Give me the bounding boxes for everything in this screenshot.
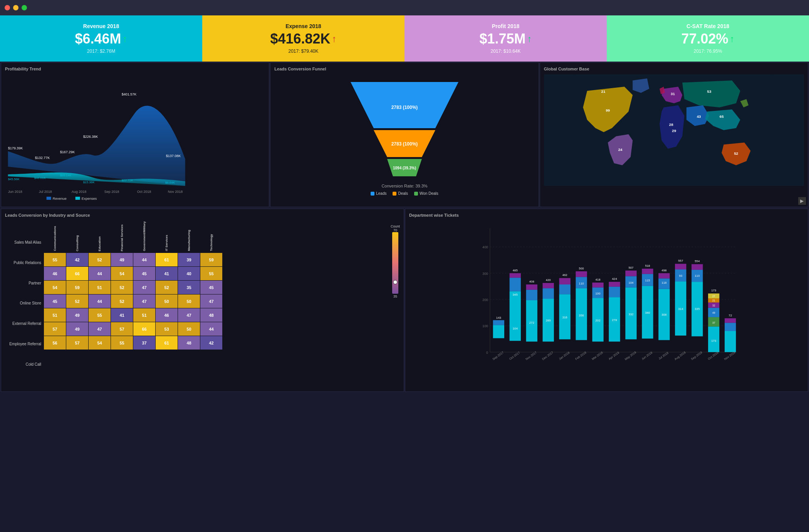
svg-text:21: 21 — [712, 299, 715, 302]
svg-text:289: 289 — [546, 319, 551, 322]
svg-rect-20 — [76, 197, 80, 200]
heatmap-cell: 61 — [156, 253, 178, 267]
svg-text:500: 500 — [579, 267, 584, 270]
svg-text:Expenses: Expenses — [82, 197, 97, 201]
title-bar — [0, 0, 809, 15]
kpi-revenue-arrow: ↑ — [123, 33, 128, 44]
svg-text:Jun 2018: Jun 2018 — [641, 351, 653, 361]
svg-text:93: 93 — [679, 274, 682, 278]
svg-text:52: 52 — [734, 151, 738, 156]
heatmap-cell: 47 — [200, 294, 223, 308]
svg-text:2783 (100%): 2783 (100%) — [391, 105, 418, 110]
svg-text:$69.14K: $69.14K — [60, 174, 72, 177]
heatmap-cell: 55 — [111, 336, 133, 350]
svg-text:$401.57K: $401.57K — [122, 92, 137, 96]
svg-text:554: 554 — [695, 259, 700, 263]
heatmap-cell: 45 — [44, 294, 66, 308]
svg-text:$137.08K: $137.08K — [166, 154, 181, 158]
svg-text:400: 400 — [482, 245, 488, 249]
kpi-revenue-value: $6.46M↑ — [75, 31, 127, 47]
svg-rect-58 — [510, 273, 521, 278]
svg-text:29: 29 — [672, 129, 676, 133]
heatmap-row-label: Partner — [5, 276, 44, 290]
heatmap-cell: 39 — [178, 253, 200, 267]
svg-text:498: 498 — [661, 269, 666, 272]
svg-text:110: 110 — [695, 274, 700, 278]
svg-text:462: 462 — [562, 273, 567, 277]
heatmap-cell: 37 — [133, 336, 156, 350]
heatmap-cell: 44 — [89, 267, 111, 281]
svg-rect-97 — [609, 282, 620, 287]
svg-text:314: 314 — [678, 307, 683, 311]
svg-text:115: 115 — [645, 279, 650, 282]
svg-text:24: 24 — [618, 147, 622, 152]
svg-text:$46.01K: $46.01K — [34, 176, 46, 180]
heatmap-cell: 57 — [111, 322, 133, 336]
svg-text:21: 21 — [601, 89, 605, 94]
maximize-button[interactable] — [22, 5, 27, 10]
heatmap-col-label: Government/Military — [133, 221, 156, 253]
svg-text:173: 173 — [711, 339, 716, 343]
heatmap-cell: 41 — [111, 308, 133, 322]
funnel-chart: 2783 (100%) 2783 (100%) 1094 (39.3%) — [331, 74, 478, 182]
svg-text:408: 408 — [529, 280, 534, 283]
heatmap-row-label: External Referral — [5, 317, 44, 331]
heatmap-cell: 49 — [66, 308, 89, 322]
svg-text:53: 53 — [707, 89, 711, 94]
svg-text:$15.36K: $15.36K — [83, 181, 95, 184]
svg-rect-151 — [725, 323, 736, 331]
heatmap-cell: 44 — [200, 322, 223, 336]
heatmap-cell: 54 — [44, 281, 66, 294]
svg-text:118: 118 — [661, 281, 666, 284]
svg-rect-124 — [675, 264, 686, 269]
svg-text:31: 31 — [671, 92, 675, 96]
heatmap-cell: 57 — [44, 322, 66, 336]
heatmap-col-label: Manufacturing — [178, 221, 200, 253]
svg-text:518: 518 — [645, 264, 650, 268]
conversion-rate: Conversion Rate: 39.3% — [381, 184, 427, 188]
heatmap-cell: 35 — [178, 281, 200, 294]
heatmap-col-label: Education — [89, 221, 111, 253]
heatmap-cell: 52 — [89, 253, 111, 267]
svg-text:$179.39K: $179.39K — [8, 146, 23, 150]
svg-rect-131 — [692, 264, 703, 270]
heatmap-col-label: Consulting — [66, 221, 89, 253]
svg-text:Jun 2018: Jun 2018 — [8, 190, 22, 194]
svg-rect-56 — [510, 291, 521, 341]
profitability-trend-chart: $179.39K $132.77K $167.29K $226.38K $401… — [5, 74, 265, 186]
heatmap-cell: 42 — [66, 253, 89, 267]
heatmap-col-label: Communications — [44, 221, 66, 253]
map-scroll-button[interactable]: ▶ — [798, 197, 806, 205]
svg-rect-52 — [493, 325, 504, 338]
profitability-trend-title: Profitability Trend — [5, 67, 265, 71]
heatmap-panel: Leads Conversion by Industry and Source … — [1, 209, 404, 392]
svg-text:345: 345 — [513, 293, 518, 296]
svg-rect-76 — [559, 284, 571, 294]
heatmap-cell: 47 — [178, 308, 200, 322]
funnel-title: Leads Conversion Funnel — [274, 67, 326, 71]
heatmap-cell: 61 — [156, 336, 178, 350]
main-charts-grid: Profitability Trend $179.39K $132.77K $1… — [0, 62, 809, 208]
heatmap-cell: 52 — [156, 281, 178, 294]
heatmap-row-label: Employee Referral — [5, 337, 44, 351]
heatmap-cell: 50 — [178, 294, 200, 308]
svg-rect-57 — [510, 278, 521, 291]
dept-tickets-chart: 0 100 200 300 400 143 Sep 2017 485 Oct 2… — [409, 221, 804, 378]
svg-text:424: 424 — [612, 277, 617, 281]
svg-text:$167.29K: $167.29K — [60, 150, 75, 154]
svg-text:300: 300 — [482, 272, 488, 276]
svg-text:100: 100 — [482, 324, 488, 328]
svg-text:65: 65 — [719, 114, 723, 119]
heatmap-cell: 49 — [111, 253, 133, 267]
svg-text:1094 (39.3%): 1094 (39.3%) — [393, 166, 416, 170]
svg-text:$226.38K: $226.38K — [83, 135, 98, 139]
svg-rect-39 — [392, 232, 398, 294]
heatmap-cell: 44 — [89, 294, 111, 308]
svg-text:200: 200 — [482, 298, 488, 302]
close-button[interactable] — [5, 5, 10, 10]
minimize-button[interactable] — [13, 5, 18, 10]
svg-text:557: 557 — [678, 259, 683, 263]
svg-rect-77 — [559, 278, 571, 284]
svg-text:$132.77K: $132.77K — [35, 156, 50, 160]
svg-text:485: 485 — [513, 269, 518, 272]
